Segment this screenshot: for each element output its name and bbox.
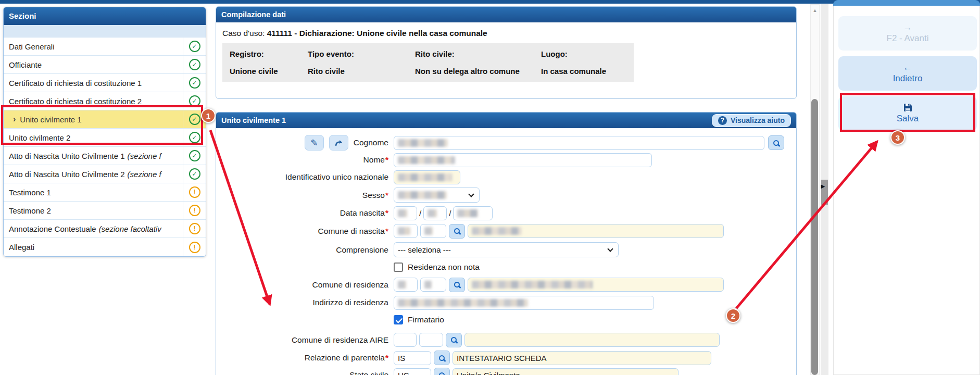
annotation-badge-2: 2 bbox=[726, 308, 740, 323]
comune-residenza-aire-label: Comune di residenza AIRE bbox=[292, 335, 388, 345]
form-row-comune-residenza: Comune di residenza bbox=[216, 276, 796, 293]
form-row-identificativo: Identificativo unico nazionale bbox=[216, 169, 796, 185]
nome-input[interactable] bbox=[394, 153, 652, 167]
status-ok-icon bbox=[183, 92, 206, 110]
sections-panel-title: Sezioni bbox=[4, 7, 206, 25]
relazione-descrizione-input[interactable]: INTESTATARIO SCHEDA bbox=[453, 351, 711, 365]
curved-arrow-icon bbox=[335, 139, 343, 146]
indirizzo-residenza-input[interactable] bbox=[394, 296, 654, 310]
chevron-down-icon bbox=[607, 246, 613, 252]
redacted-value bbox=[398, 209, 407, 217]
comune-residenza-codice1-input[interactable] bbox=[394, 278, 418, 292]
redacted-value bbox=[472, 227, 522, 235]
mese-nascita-input[interactable] bbox=[423, 206, 447, 220]
sidebar-item-label: Atto di Nascita Unito Civilmente 1 bbox=[9, 152, 125, 160]
sidebar-item-testimone-2[interactable]: Testimone 2 bbox=[4, 202, 206, 220]
comune-residenza-aire-input[interactable] bbox=[464, 333, 720, 347]
sidebar-item-unito-civilmente-1[interactable]: Unito civilmente 1 bbox=[4, 110, 206, 129]
sesso-label: Sesso bbox=[362, 191, 385, 200]
pencil-icon: ✎ bbox=[310, 138, 318, 148]
redo-arrow-button[interactable] bbox=[329, 135, 348, 151]
comprensione-select[interactable]: --- seleziona --- bbox=[394, 242, 619, 257]
tipo-evento-value: Rito civile bbox=[308, 67, 415, 76]
date-separator: / bbox=[419, 209, 421, 218]
status-warning-icon bbox=[183, 220, 206, 238]
comune-nascita-codice2-input[interactable] bbox=[420, 224, 446, 238]
stato-civile-descrizione-input[interactable]: Unito/a Civilmente bbox=[453, 368, 679, 375]
sidebar-item-officiante[interactable]: Officiante bbox=[4, 56, 206, 74]
comprensione-selected-value: --- seleziona --- bbox=[398, 245, 451, 254]
residenza-non-nota-checkbox[interactable] bbox=[394, 262, 403, 272]
comune-nascita-input[interactable] bbox=[468, 224, 724, 238]
sidebar-item-dati-generali[interactable]: Dati Generali bbox=[4, 38, 206, 56]
visualizza-aiuto-button[interactable]: ? Visualizza aiuto bbox=[712, 114, 791, 127]
sidebar-item-unito-civilmente-2[interactable]: Unito civilmente 2 bbox=[4, 129, 206, 147]
indirizzo-residenza-label: Indirizzo di residenza bbox=[312, 298, 388, 307]
sidebar-item-testimone-1[interactable]: Testimone 1 bbox=[4, 183, 206, 202]
comune-nascita-codice1-input[interactable] bbox=[394, 224, 418, 238]
inner-scrollbar-thumb[interactable] bbox=[811, 99, 818, 375]
firmatario-checkbox[interactable] bbox=[394, 315, 403, 324]
comune-nascita-search-button[interactable] bbox=[449, 224, 465, 239]
sidebar-item-label: Dati Generali bbox=[9, 42, 55, 51]
stato-civile-codice-input[interactable]: UC bbox=[394, 368, 431, 375]
caso-duso-line: Caso d'uso: 411111 - Dichiarazione: Unio… bbox=[216, 22, 796, 42]
form-row-relazione-parentela: Relazione di parentela* IS INTESTATARIO … bbox=[216, 350, 796, 366]
anno-nascita-input[interactable] bbox=[453, 206, 493, 220]
required-marker: * bbox=[385, 191, 388, 200]
right-panel-header bbox=[833, 0, 980, 6]
arrow-right-icon: → bbox=[903, 23, 912, 32]
salva-button[interactable]: Salva bbox=[838, 96, 977, 131]
sections-panel: Sezioni Dati Generali Officiante Certifi… bbox=[3, 7, 206, 257]
sesso-select[interactable] bbox=[394, 188, 480, 203]
aire-codice2-input[interactable] bbox=[419, 333, 443, 347]
sidebar-item-atto-nascita-1[interactable]: Atto di Nascita Unito Civilmente 1(sezio… bbox=[4, 147, 206, 165]
required-marker: * bbox=[385, 353, 388, 362]
residenza-non-nota-label: Residenza non nota bbox=[408, 262, 480, 272]
status-ok-icon bbox=[183, 56, 206, 73]
relazione-codice-input[interactable]: IS bbox=[394, 351, 431, 365]
avanti-label: F2 - Avanti bbox=[887, 33, 929, 44]
relazione-search-button[interactable] bbox=[434, 351, 450, 365]
luogo-label: Luogo: bbox=[541, 49, 626, 58]
sidebar-item-label: Unito civilmente 1 bbox=[20, 115, 81, 124]
scroll-up-icon[interactable]: ▲ bbox=[811, 5, 819, 13]
comune-residenza-search-button[interactable] bbox=[449, 278, 465, 292]
aire-codice1-input[interactable] bbox=[394, 333, 417, 347]
stato-civile-search-button[interactable] bbox=[434, 368, 450, 375]
sidebar-item-certificato-2[interactable]: Certificato di richiesta di costituzione… bbox=[4, 92, 206, 110]
form-row-firmatario: Firmatario bbox=[216, 312, 796, 327]
avanti-button[interactable]: → F2 - Avanti bbox=[838, 16, 977, 51]
status-warning-icon bbox=[183, 202, 206, 219]
edit-pencil-button[interactable]: ✎ bbox=[305, 135, 324, 151]
compilazione-dati-panel: Compilazione dati Caso d'uso: 411111 - D… bbox=[216, 6, 797, 99]
identificativo-input[interactable] bbox=[394, 170, 460, 184]
form-row-comune-residenza-aire: Comune di residenza AIRE bbox=[216, 331, 796, 348]
giorno-nascita-input[interactable] bbox=[394, 206, 417, 220]
sidebar-item-annotazione-contestuale[interactable]: Annotazione Contestuale(sezione facoltat… bbox=[4, 220, 206, 238]
form-row-comune-nascita: Comune di nascita* bbox=[216, 222, 796, 240]
indietro-button[interactable]: ← Indietro bbox=[838, 56, 977, 91]
redacted-value bbox=[398, 191, 447, 199]
indietro-label: Indietro bbox=[893, 73, 923, 84]
cognome-search-button[interactable] bbox=[768, 135, 784, 150]
sidebar-item-allegati[interactable]: Allegati bbox=[4, 238, 206, 256]
relazione-parentela-label: Relazione di parentela bbox=[305, 353, 385, 362]
redacted-value bbox=[398, 299, 528, 307]
sidebar-item-certificato-1[interactable]: Certificato di richiesta di costituzione… bbox=[4, 74, 206, 92]
identificativo-label: Identificativo unico nazionale bbox=[285, 172, 388, 182]
chevron-right-icon bbox=[13, 115, 16, 124]
expand-panel-icon[interactable]: ► bbox=[820, 182, 826, 190]
comune-residenza-codice2-input[interactable] bbox=[420, 278, 446, 292]
cognome-input[interactable] bbox=[394, 136, 764, 150]
stato-civile-codice-value: UC bbox=[398, 371, 409, 375]
form-row-comprensione: Comprensione --- seleziona --- bbox=[216, 241, 796, 258]
form-row-nome: Nome* bbox=[216, 152, 796, 168]
comune-residenza-input[interactable] bbox=[468, 278, 724, 292]
aire-search-button[interactable] bbox=[446, 333, 462, 347]
status-ok-icon bbox=[183, 165, 206, 183]
firmatario-label: Firmatario bbox=[408, 315, 444, 324]
sidebar-item-atto-nascita-2[interactable]: Atto di Nascita Unito Civilmente 2(sezio… bbox=[4, 165, 206, 183]
search-icon bbox=[439, 355, 445, 361]
redacted-value bbox=[398, 173, 452, 181]
